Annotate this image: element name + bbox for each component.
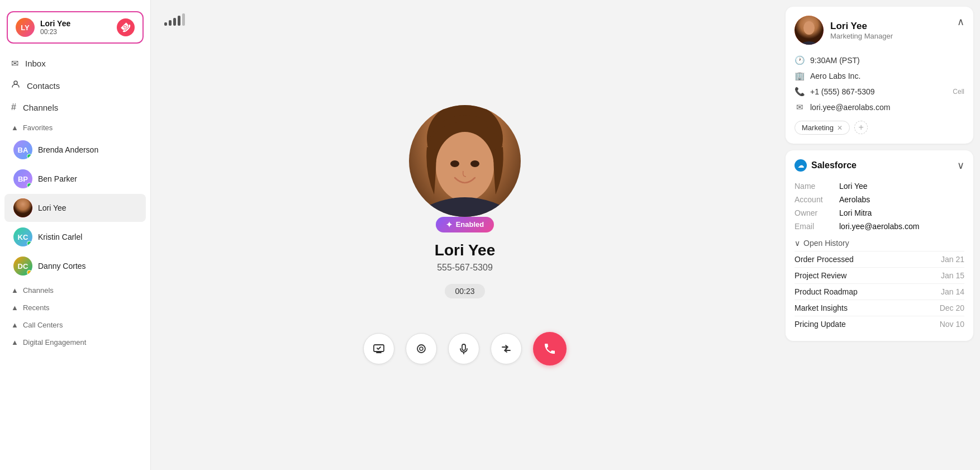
- svg-point-7: [417, 345, 425, 353]
- favorites-section-header[interactable]: ▲ Favorites: [0, 118, 150, 135]
- channels-label: Channels: [23, 103, 58, 112]
- open-history-toggle[interactable]: ∨ Open History: [795, 233, 964, 251]
- collapse-contact-icon[interactable]: ∧: [957, 16, 964, 28]
- active-call-name: Lori Yee: [40, 19, 70, 28]
- history-title-0: Order Processed: [795, 255, 854, 264]
- email-row: ✉ lori.yee@aerolabs.com: [795, 99, 964, 115]
- contact-card-header-left: Lori Yee Marketing Manager: [795, 16, 893, 45]
- signal-bar-4: [178, 16, 180, 26]
- phone-icon: 📞: [795, 87, 805, 97]
- avatar-danny: DC: [13, 257, 32, 276]
- add-tag-button[interactable]: +: [854, 121, 868, 134]
- end-call-button[interactable]: [533, 332, 567, 365]
- signal-bar-2: [169, 20, 172, 26]
- svg-point-4: [450, 160, 459, 167]
- screen-share-button[interactable]: [363, 333, 394, 364]
- sf-name-label: Name: [795, 182, 839, 191]
- call-controls: [363, 332, 567, 365]
- contact-time: 9:30AM (PST): [810, 56, 860, 65]
- contacts-label: Contacts: [27, 81, 60, 91]
- sidebar-contact-kristin[interactable]: KC Kristin Carlel: [4, 223, 146, 251]
- sidebar-item-channels[interactable]: # Channels: [0, 97, 150, 118]
- sf-account-value: Aerolabs: [839, 195, 870, 204]
- signal-bars: [164, 13, 185, 26]
- contacts-icon: [11, 80, 20, 91]
- contact-card-header: Lori Yee Marketing Manager ∧: [795, 16, 964, 45]
- sidebar-item-contacts[interactable]: Contacts: [0, 74, 150, 97]
- channels-section-header[interactable]: ▲ Channels: [0, 281, 150, 298]
- sidebar-contact-brenda[interactable]: BA Brenda Anderson: [4, 136, 146, 164]
- recents-section-header[interactable]: ▲ Recents: [0, 298, 150, 315]
- chevron-down-history-icon: ∨: [795, 239, 800, 248]
- status-dot-kristin: [27, 241, 32, 246]
- right-panel: Lori Yee Marketing Manager ∧ 🕐 9:30AM (P…: [779, 0, 980, 470]
- ai-icon: ✦: [446, 220, 453, 229]
- remove-tag-button[interactable]: ✕: [837, 124, 843, 132]
- phone-main: 📞 +1 (555) 867-5309: [795, 87, 947, 97]
- svg-point-5: [470, 160, 479, 167]
- avatar-brenda: BA: [13, 140, 32, 159]
- sidebar-contact-lori[interactable]: Lori Yee: [4, 194, 146, 222]
- enabled-label: Enabled: [456, 220, 484, 229]
- svg-point-12: [803, 21, 815, 35]
- history-row-1[interactable]: Project Review Jan 15: [795, 267, 964, 283]
- chevron-up-recents-icon: ▲: [11, 303, 18, 312]
- camera-button[interactable]: [406, 333, 437, 364]
- callcenters-section-header[interactable]: ▲ Call Centers: [0, 315, 150, 333]
- favorites-label: Favorites: [23, 124, 53, 132]
- avatar-lori: [13, 198, 32, 217]
- sf-email-value: lori.yee@aerolabs.com: [839, 222, 919, 231]
- sf-name-value: Lori Yee: [839, 182, 868, 191]
- sf-owner-row: Owner Lori Mitra: [795, 206, 964, 220]
- hangup-button[interactable]: ☎: [113, 15, 138, 40]
- history-row-3[interactable]: Market Insights Dec 20: [795, 300, 964, 316]
- sf-title: Salesforce: [811, 160, 857, 170]
- email-icon: ✉: [795, 102, 805, 112]
- sf-account-row: Account Aerolabs: [795, 193, 964, 206]
- history-row-2[interactable]: Product Roadmap Jan 14: [795, 283, 964, 300]
- active-call-info: Lori Yee 00:23: [40, 19, 70, 36]
- contact-card-text: Lori Yee Marketing Manager: [830, 21, 893, 40]
- active-call-left: LY Lori Yee 00:23: [16, 18, 70, 37]
- sf-email-row: Email lori.yee@aerolabs.com: [795, 220, 964, 233]
- history-title-2: Product Roadmap: [795, 287, 858, 296]
- active-call-card[interactable]: LY Lori Yee 00:23 ☎: [7, 11, 144, 44]
- history-row-0[interactable]: Order Processed Jan 21: [795, 251, 964, 267]
- collapse-sf-icon[interactable]: ∨: [957, 159, 964, 172]
- channels-section-label: Channels: [23, 286, 54, 295]
- building-icon: 🏢: [795, 71, 805, 81]
- signal-bar-5: [182, 13, 185, 26]
- time-row: 🕐 9:30AM (PST): [795, 53, 964, 68]
- clock-icon: 🕐: [795, 55, 805, 65]
- chevron-up-digital-icon: ▲: [11, 338, 18, 346]
- active-call-avatar: LY: [16, 18, 35, 37]
- phone-type: Cell: [953, 88, 964, 96]
- company-row: 🏢 Aero Labs Inc.: [795, 68, 964, 84]
- status-dot-danny: [27, 270, 32, 275]
- history-date-4: Nov 10: [940, 320, 964, 329]
- sidebar-contact-danny[interactable]: DC Danny Cortes: [4, 252, 146, 280]
- signal-bar-1: [164, 22, 167, 26]
- contact-name-danny: Danny Cortes: [38, 262, 86, 270]
- history-title-1: Project Review: [795, 271, 846, 280]
- history-row-4[interactable]: Pricing Update Nov 10: [795, 316, 964, 332]
- sidebar-contact-ben[interactable]: BP Ben Parker: [4, 165, 146, 193]
- sidebar: LY Lori Yee 00:23 ☎ ✉ Inbox Contacts # C…: [0, 0, 151, 470]
- svg-point-1: [13, 198, 32, 217]
- sidebar-item-inbox[interactable]: ✉ Inbox: [0, 53, 150, 74]
- marketing-tag: Marketing ✕: [795, 121, 850, 135]
- digital-section-header[interactable]: ▲ Digital Engagement: [0, 333, 150, 350]
- svg-point-3: [436, 132, 494, 201]
- mute-button[interactable]: [448, 333, 479, 364]
- contact-card-avatar: [795, 16, 824, 45]
- sf-owner-label: Owner: [795, 208, 839, 217]
- active-call-timer: 00:23: [40, 28, 70, 36]
- tag-label: Marketing: [802, 124, 834, 132]
- sf-email-label: Email: [795, 222, 839, 231]
- transfer-button[interactable]: [491, 333, 522, 364]
- status-dot-brenda: [27, 154, 32, 159]
- svg-point-0: [14, 81, 17, 84]
- signal-bar-3: [173, 18, 176, 26]
- svg-point-8: [420, 347, 423, 350]
- chevron-up-channels-icon: ▲: [11, 286, 18, 295]
